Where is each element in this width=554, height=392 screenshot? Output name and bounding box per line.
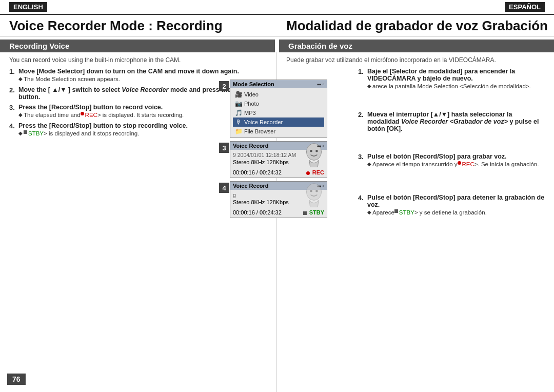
step-rnum-1: 1. [358,68,367,75]
vr-status-4: STBY [303,209,324,215]
face-graphic-4 [304,182,324,207]
menu-file-browser: 📁 File Browser [233,127,324,136]
step-r3-note: Aparece el tiempo transcurrido y REC>. S… [367,161,545,167]
lang-left: ENGLISH [0,0,277,14]
voice-recorder-label: Voice Recorder [244,119,283,125]
vr-screen-3: 9 2004/01/01 12:18:12 AM Stereo 8KHz 128… [230,150,327,178]
mode-selection-title: Mode Selection [233,81,274,87]
menu-voice-recorder: 🎙 Voice Recorder [233,117,324,127]
menu-photo: 📷 Photo [233,99,324,108]
step-rcontent-4: Pulse el botón [Record/Stop] para detene… [367,194,545,217]
page-number: 76 [7,374,26,385]
english-badge: ENGLISH [9,2,47,12]
step-4-text: Press the [Record/Stop] button to stop r… [18,122,188,129]
step-3-left: 3. Press the [Record/Stop] button to rec… [9,104,267,119]
step-num-2: 2. [9,86,18,94]
menu-mp3: 🎵 MP3 [233,108,324,117]
vr-status-3: REC [306,169,324,175]
svg-point-3 [306,184,321,201]
step-4-left: 4. Press the [Record/Stop] button to sto… [9,122,267,138]
step-rnum-3: 3. [358,153,367,161]
step-4-right: 4. Pulse el botón [Record/Stop] para det… [358,194,545,217]
screen-number-4: 4 [219,183,229,193]
step-1-right: 1. Baje el [Selector de modalidad] para … [358,68,545,90]
step-num-4: 4. [9,122,18,130]
step-r1-note: arece la pantalla Mode Selection <Selecc… [367,83,545,89]
mode-menu: 🎥 Video 📷 Photo 🎵 MP3 🎙 Voice Recorder 📁 [230,88,327,138]
screen-title-bar-1: Mode Selection ▪▪ ▫ [230,80,327,88]
menu-video: 🎥 Video [233,90,324,99]
step-num-3: 3. [9,104,18,111]
voice-record-title-4: Voice Record [233,183,269,189]
step-2-right: 2. Mueva el interruptor [▲/▼] hasta sele… [358,111,545,132]
screen-number-3: 3 [219,143,229,153]
mp3-label: MP3 [244,110,256,116]
svg-point-5 [315,190,318,192]
mem-icon-2: ▫ [322,143,324,149]
mp3-icon: 🎵 [235,109,242,116]
screen-icons-1: ▪▪ ▫ [317,82,324,87]
section-header-right: Grabación de voz [279,40,554,52]
svg-point-1 [310,150,312,152]
video-label: Video [244,91,259,97]
step-num-1: 1. [9,68,18,75]
main-title-left: Voice Recorder Mode : Recording [9,18,223,33]
step-3-text: Press the [Record/Stop] button to record… [18,104,163,111]
svg-point-4 [310,190,312,192]
step-rcontent-2: Mueva el interruptor [▲/▼] hasta selecci… [367,111,545,132]
title-right: Modalidad de grabador de voz Grabación [277,18,554,34]
vr-timer-3: 00:00:16 / 00:24:32 REC [233,169,324,175]
section-header-left: Recording Voice [0,40,275,52]
step-r2-text: Mueva el interruptor [▲/▼] hasta selecci… [367,111,539,132]
right-intro: Puede grabar voz utilizando el micrófono… [286,56,545,64]
file-browser-label: File Browser [244,128,275,134]
lang-right: ESPAÑOL [277,0,554,14]
step-rcontent-1: Baje el [Selector de modalidad] para enc… [367,68,545,90]
title-row: Voice Recorder Mode : Recording Modalida… [0,15,554,36]
main-title-right: Modalidad de grabador de voz Grabación [286,18,548,33]
title-left: Voice Recorder Mode : Recording [0,18,277,34]
step-r4-text: Pulse el botón [Record/Stop] para detene… [367,194,544,208]
screen-mode-selection: 2 Mode Selection ▪▪ ▫ 🎥 Video 📷 Photo [230,80,327,138]
file-browser-icon: 📁 [235,128,242,135]
mem-icon: ▫ [322,82,324,87]
video-icon: 🎥 [235,91,242,98]
battery-icon-2: ▪▪ [317,143,321,149]
vr-timer-4: 00:00:16 / 00:24:32 STBY [233,209,324,215]
step-r1-text: Baje el [Selector de modalidad] para enc… [367,68,515,82]
vr-timer-text-4: 00:00:16 / 00:24:32 [233,209,282,215]
voice-recorder-icon: 🎙 [235,119,242,126]
screen-number-2: 2 [219,81,229,91]
step-r4-note: Aparece STBY> y se detiene la grabación. [367,209,545,215]
step-rcontent-3: Pulse el botón [Record/Stop] para grabar… [367,153,545,168]
left-intro: You can record voice using the built-in … [9,56,267,64]
screen-icons-2: ▪▪ ▫ [317,143,324,149]
screens-area: 2 Mode Selection ▪▪ ▫ 🎥 Video 📷 Photo [230,80,330,221]
battery-icon: ▪▪ [317,82,321,87]
screen-voice-stby: 4 Voice Record ▪▪ ▫ g Stereo 8KHz 128Kbp… [230,181,327,218]
photo-label: Photo [244,101,259,107]
step-1-text: Move [Mode Selector] down to turn on the… [18,68,239,75]
step-r3-text: Pulse el botón [Record/Stop] para grabar… [367,153,507,160]
svg-point-2 [315,150,318,152]
photo-icon: 📷 [235,100,242,107]
language-bar: ENGLISH ESPAÑOL [0,0,554,15]
espanol-badge: ESPAÑOL [505,2,545,12]
voice-record-title-3: Voice Record [233,143,269,149]
step-rnum-4: 4. [358,194,367,202]
step-2-text: Move the [ ▲/▼ ] switch to select Voice … [18,86,247,101]
step-rnum-2: 2. [358,111,367,119]
step-3-right: 3. Pulse el botón [Record/Stop] para gra… [358,153,545,168]
section-headers: Recording Voice Grabación de voz [0,40,554,52]
vr-screen-4: g Stereo 8KHz 128Kbps 00:00:16 / 00:24:3… [230,190,327,218]
vr-timer-text-3: 00:00:16 / 00:24:32 [233,169,282,175]
screen-voice-rec: 3 Voice Record ▪▪ ▫ 9 2004/01/01 12:18:1… [230,141,327,178]
page: ENGLISH ESPAÑOL Voice Recorder Mode : Re… [0,0,554,392]
